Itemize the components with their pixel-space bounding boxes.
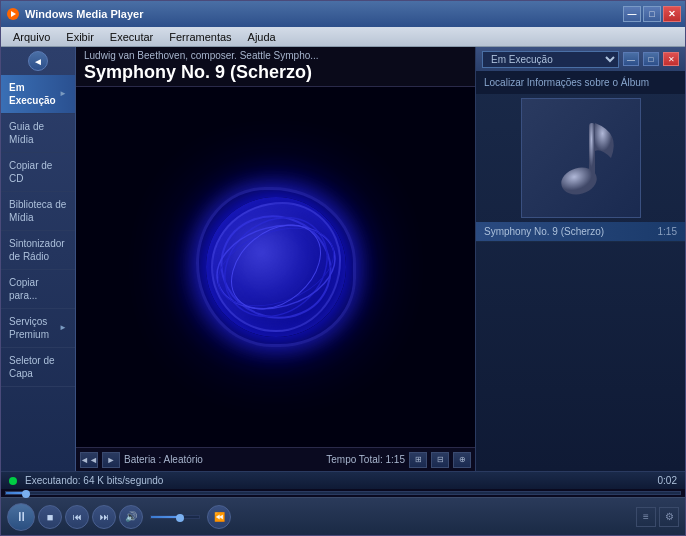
minimize-button[interactable]: —: [623, 6, 641, 22]
menu-ajuda[interactable]: Ajuda: [240, 30, 284, 44]
video-toolbar: ◄◄ ► Bateria : Aleatório Tempo Total: 1:…: [76, 447, 475, 471]
wmp-icon: [5, 6, 21, 22]
sidebar-item-arrow: ►: [59, 89, 67, 99]
right-panel: Em Execução — □ ✕ Localizar Informações …: [475, 47, 685, 471]
sidebar-item-servicos-premium[interactable]: Serviços Premium ►: [1, 309, 75, 348]
album-art: [521, 98, 641, 218]
sidebar-item-label: Em Execução: [9, 81, 59, 107]
sidebar: ◄ Em Execução ► Guia de Mídia Copiar de …: [1, 47, 76, 471]
sidebar-item-guia-de-midia[interactable]: Guia de Mídia: [1, 114, 75, 153]
maximize-button[interactable]: □: [643, 6, 661, 22]
playlist: Symphony No. 9 (Scherzo) 1:15: [476, 222, 685, 471]
svg-point-2: [207, 201, 345, 333]
wmp-window: Windows Media Player — □ ✕ Arquivo Exibi…: [0, 0, 686, 536]
track-title: Symphony No. 9 (Scherzo): [84, 62, 467, 83]
sidebar-item-arrow: ►: [59, 323, 67, 333]
album-info-label: Localizar Informações sobre o Álbum: [484, 77, 649, 88]
menu-arquivo[interactable]: Arquivo: [5, 30, 58, 44]
status-bar: Executando: 64 K bits/segundo 0:02: [1, 471, 685, 489]
svg-point-3: [206, 197, 346, 337]
menu-ferramentas[interactable]: Ferramentas: [161, 30, 239, 44]
sidebar-item-sintonizador-de-radio[interactable]: Sintonizador de Rádio: [1, 231, 75, 270]
vt-btn-back[interactable]: ◄◄: [80, 452, 98, 468]
main-area: ◄ Em Execução ► Guia de Mídia Copiar de …: [1, 47, 685, 471]
sidebar-items: Em Execução ► Guia de Mídia Copiar de CD…: [1, 75, 75, 471]
sidebar-item-label: Guia de Mídia: [9, 120, 67, 146]
sidebar-item-label: Seletor de Capa: [9, 354, 67, 380]
rp-minimize-btn[interactable]: —: [623, 52, 639, 66]
rp-dropdown[interactable]: Em Execução: [482, 51, 619, 68]
visualization-area: [76, 87, 475, 447]
vt-btn-play[interactable]: ►: [102, 452, 120, 468]
rp-close-btn[interactable]: ✕: [663, 52, 679, 66]
vt-btn-extra2[interactable]: ⊟: [431, 452, 449, 468]
title-bar: Windows Media Player — □ ✕: [1, 1, 685, 27]
sidebar-item-biblioteca-de-midia[interactable]: Biblioteca de Mídia: [1, 192, 75, 231]
volume-slider[interactable]: [150, 515, 200, 519]
music-note-icon: [541, 113, 621, 203]
sidebar-item-label: Serviços Premium: [9, 315, 59, 341]
volume-thumb: [176, 514, 184, 522]
svg-point-4: [207, 213, 344, 321]
svg-point-6: [215, 208, 337, 326]
prev-button[interactable]: ⏮: [65, 505, 89, 529]
sidebar-item-seletor-de-capa[interactable]: Seletor de Capa: [1, 348, 75, 387]
progress-track[interactable]: [5, 491, 681, 495]
rp-maximize-btn[interactable]: □: [643, 52, 659, 66]
progress-thumb: [22, 490, 30, 498]
sidebar-nav-back[interactable]: ◄: [28, 51, 48, 71]
vt-mode-label: Bateria : Aleatório: [124, 454, 322, 465]
menu-executar[interactable]: Executar: [102, 30, 161, 44]
eq-button[interactable]: ≡: [636, 507, 656, 527]
album-art-header: Localizar Informações sobre o Álbum: [476, 71, 685, 94]
current-time: 0:02: [658, 475, 677, 486]
window-controls: — □ ✕: [623, 6, 681, 22]
status-text: Executando: 64 K bits/segundo: [25, 475, 650, 486]
vt-btn-extra3[interactable]: ⊕: [453, 452, 471, 468]
sidebar-item-label: Biblioteca de Mídia: [9, 198, 67, 224]
now-playing-bar: Ludwig van Beethoven, composer. Seattle …: [76, 47, 475, 87]
next-button[interactable]: ⏭: [92, 505, 116, 529]
settings-button[interactable]: ⚙: [659, 507, 679, 527]
rp-titlebar: Em Execução — □ ✕: [476, 47, 685, 71]
window-title: Windows Media Player: [25, 8, 623, 20]
viz-orb: [206, 197, 346, 337]
volume-button[interactable]: 🔊: [119, 505, 143, 529]
sidebar-item-label: Copiar de CD: [9, 159, 67, 185]
sidebar-item-em-execucao[interactable]: Em Execução ►: [1, 75, 75, 114]
close-button[interactable]: ✕: [663, 6, 681, 22]
controls-bar: ⏸ ■ ⏮ ⏭ 🔊 ⏪ ≡ ⚙: [1, 497, 685, 535]
pause-button[interactable]: ⏸: [7, 503, 35, 531]
progress-bar-area[interactable]: [1, 489, 685, 497]
playlist-item-title: Symphony No. 9 (Scherzo): [484, 226, 658, 237]
vt-total-time: Tempo Total: 1:15: [326, 454, 405, 465]
menu-exibir[interactable]: Exibir: [58, 30, 102, 44]
center-content: Ludwig van Beethoven, composer. Seattle …: [76, 47, 475, 471]
vt-btn-extra1[interactable]: ⊞: [409, 452, 427, 468]
playlist-item[interactable]: Symphony No. 9 (Scherzo) 1:15: [476, 222, 685, 242]
menu-bar: Arquivo Exibir Executar Ferramentas Ajud…: [1, 27, 685, 47]
status-indicator: [9, 477, 17, 485]
stop-button[interactable]: ■: [38, 505, 62, 529]
svg-point-5: [207, 214, 344, 321]
composer-text: Ludwig van Beethoven, composer. Seattle …: [84, 50, 467, 61]
playlist-item-duration: 1:15: [658, 226, 677, 237]
sidebar-item-label: Sintonizador de Rádio: [9, 237, 67, 263]
sidebar-item-copiar-para[interactable]: Copiar para...: [1, 270, 75, 309]
sidebar-item-copiar-de-cd[interactable]: Copiar de CD: [1, 153, 75, 192]
sidebar-item-label: Copiar para...: [9, 276, 67, 302]
rewind-button[interactable]: ⏪: [207, 505, 231, 529]
